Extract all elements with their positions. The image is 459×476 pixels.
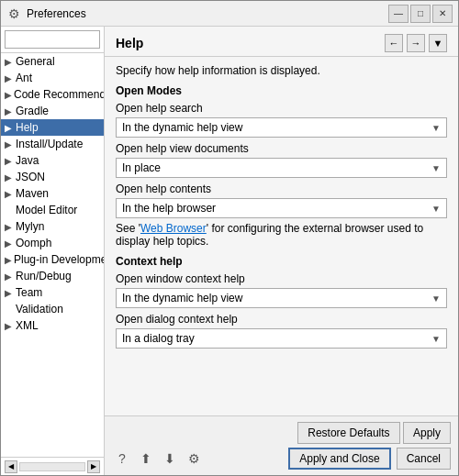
window-context-help-label: Open window context help: [116, 272, 447, 285]
arrow-icon: ▶: [5, 156, 14, 166]
window-icon: ⚙: [6, 6, 21, 21]
window-context-help-dropdown[interactable]: In the dynamic help view ▼: [116, 288, 447, 308]
apply-and-close-button[interactable]: Apply and Close: [288, 448, 390, 470]
back-button[interactable]: ←: [385, 34, 403, 52]
main-scroll-area: Specify how help information is displaye…: [105, 57, 458, 415]
sidebar-item-ant[interactable]: ▶ Ant: [1, 70, 104, 86]
footer-icons: ? ⬆ ⬇ ⚙: [112, 448, 204, 469]
open-help-contents-label: Open help contents: [116, 183, 447, 195]
preferences-icon[interactable]: ⚙: [184, 448, 204, 469]
browser-info-prefix: See ': [116, 222, 140, 235]
sidebar-item-general[interactable]: ▶ General: [1, 53, 104, 70]
open-help-view-docs-dropdown[interactable]: In place ▼: [116, 158, 447, 178]
arrow-icon: ▶: [5, 238, 14, 249]
cancel-button[interactable]: Cancel: [397, 448, 451, 470]
arrow-icon: ▶: [5, 139, 14, 149]
arrow-icon: ▶: [5, 255, 12, 265]
open-help-search-value: In the dynamic help view: [122, 121, 242, 134]
arrow-icon: ▶: [5, 189, 14, 199]
context-help-label: Context help: [116, 255, 447, 268]
sidebar-item-code-recommende[interactable]: ▶ Code Recommende...: [1, 86, 104, 103]
sidebar-item-plug-in-developme[interactable]: ▶ Plug-in Developme...: [1, 251, 104, 268]
export-icon[interactable]: ⬆: [136, 448, 156, 469]
preferences-window: ⚙ Preferences — □ ✕ ▶ General ▶ Ant: [0, 0, 459, 476]
arrow-icon: ▶: [5, 271, 14, 282]
sidebar-item-xml[interactable]: ▶ XML: [1, 317, 104, 334]
sidebar-item-label: Code Recommende...: [14, 88, 104, 101]
footer-row2: ? ⬆ ⬇ ⚙ Apply and Close Cancel: [112, 448, 451, 470]
web-browser-link[interactable]: Web Browser: [140, 222, 207, 235]
open-help-contents-dropdown[interactable]: In the help browser ▼: [116, 198, 447, 218]
minimize-button[interactable]: —: [388, 5, 409, 23]
sidebar-item-label: Oomph: [16, 237, 51, 249]
scroll-right-btn[interactable]: ▶: [87, 460, 100, 473]
import-icon[interactable]: ⬇: [160, 448, 180, 469]
chevron-down-icon: ▼: [431, 123, 441, 133]
arrow-icon: ▶: [5, 90, 12, 100]
maximize-button[interactable]: □: [410, 5, 431, 23]
sidebar-item-maven[interactable]: ▶ Maven: [1, 185, 104, 202]
open-help-contents-value: In the help browser: [122, 202, 216, 215]
sidebar: ▶ General ▶ Ant ▶ Code Recommende... ▶ G…: [1, 27, 105, 475]
arrow-icon: ▶: [5, 321, 14, 331]
sidebar-item-label: General: [16, 55, 55, 68]
arrow-icon: ▶: [5, 172, 14, 183]
sidebar-item-label: Ant: [16, 72, 32, 84]
help-icon[interactable]: ?: [112, 448, 132, 469]
sidebar-item-model-editor[interactable]: Model Editor: [1, 202, 104, 218]
sidebar-item-label: Run/Debug: [16, 270, 72, 282]
window-body: ▶ General ▶ Ant ▶ Code Recommende... ▶ G…: [1, 27, 458, 475]
sidebar-item-mylyn[interactable]: ▶ Mylyn: [1, 218, 104, 235]
sidebar-item-label: JSON: [16, 171, 45, 183]
title-bar: ⚙ Preferences — □ ✕: [1, 1, 458, 27]
restore-defaults-button[interactable]: Restore Defaults: [297, 422, 399, 444]
sidebar-search-container: [1, 27, 104, 53]
dialog-context-help-label: Open dialog context help: [116, 313, 447, 326]
sidebar-tree: ▶ General ▶ Ant ▶ Code Recommende... ▶ G…: [1, 53, 104, 457]
forward-button[interactable]: →: [407, 34, 425, 52]
sidebar-item-install-update[interactable]: ▶ Install/Update: [1, 136, 104, 152]
chevron-down-icon: ▼: [431, 334, 441, 344]
open-help-view-docs-label: Open help view documents: [116, 142, 447, 155]
open-help-view-docs-value: In place: [122, 161, 161, 174]
sidebar-item-label: Team: [16, 286, 42, 299]
sidebar-item-label: Java: [16, 154, 39, 167]
arrow-icon: ▶: [5, 123, 14, 133]
dialog-context-help-value: In a dialog tray: [122, 332, 195, 345]
sidebar-item-gradle[interactable]: ▶ Gradle: [1, 103, 104, 119]
sidebar-item-label: XML: [16, 319, 39, 332]
scroll-track: [19, 462, 85, 471]
window-title: Preferences: [27, 7, 86, 20]
sidebar-item-label: Plug-in Developme...: [14, 253, 104, 266]
chevron-down-icon: ▼: [431, 163, 441, 173]
sidebar-item-label: Mylyn: [16, 220, 44, 233]
footer-row1: Restore Defaults Apply: [112, 422, 451, 444]
sidebar-item-run-debug[interactable]: ▶ Run/Debug: [1, 268, 104, 284]
sidebar-item-label: Validation: [16, 303, 63, 315]
sidebar-item-label: Help: [16, 121, 39, 134]
chevron-down-icon: ▼: [431, 293, 441, 304]
search-input[interactable]: [5, 30, 100, 49]
window-context-help-value: In the dynamic help view: [122, 292, 242, 304]
sidebar-item-oomph[interactable]: ▶ Oomph: [1, 235, 104, 251]
sidebar-item-validation[interactable]: Validation: [1, 301, 104, 317]
arrow-icon: ▶: [5, 73, 14, 83]
arrow-icon: ▶: [5, 106, 14, 116]
menu-button[interactable]: ▼: [429, 34, 447, 52]
sidebar-item-team[interactable]: ▶ Team: [1, 284, 104, 301]
sidebar-item-help[interactable]: ▶ Help: [1, 119, 104, 136]
main-content: Help ← → ▼ Specify how help information …: [105, 27, 458, 475]
arrow-icon: ▶: [5, 57, 14, 67]
sidebar-scroll: ◀ ▶: [5, 460, 100, 473]
sidebar-item-java[interactable]: ▶ Java: [1, 152, 104, 169]
open-help-search-dropdown[interactable]: In the dynamic help view ▼: [116, 117, 447, 138]
arrow-icon: ▶: [5, 288, 14, 298]
dialog-context-help-dropdown[interactable]: In a dialog tray ▼: [116, 328, 447, 349]
sidebar-item-json[interactable]: ▶ JSON: [1, 169, 104, 185]
sidebar-item-label: Maven: [16, 187, 49, 200]
chevron-down-icon: ▼: [431, 204, 441, 214]
close-button[interactable]: ✕: [432, 5, 453, 23]
scroll-left-btn[interactable]: ◀: [5, 460, 17, 473]
open-modes-label: Open Modes: [116, 84, 447, 97]
apply-button[interactable]: Apply: [403, 422, 451, 444]
